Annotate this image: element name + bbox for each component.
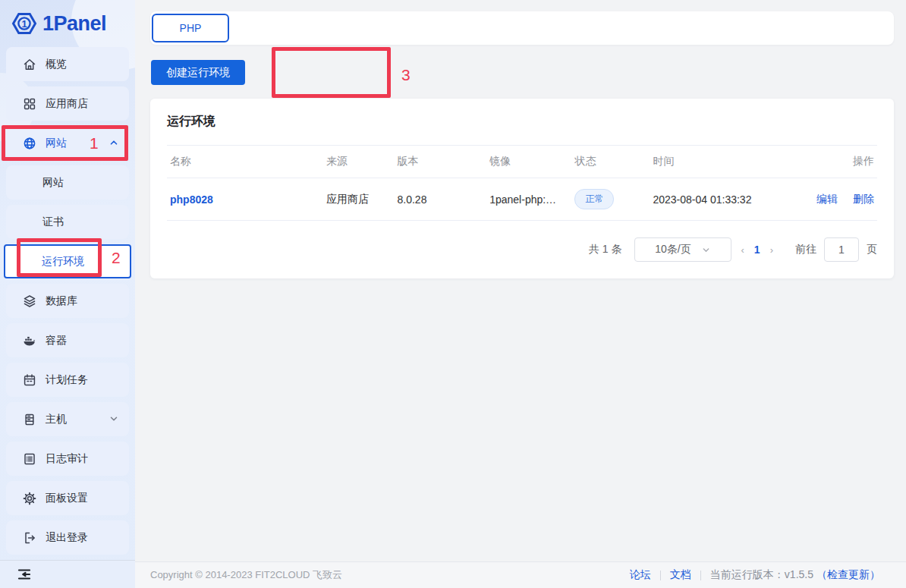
sidebar-item-label: 概览 [46, 58, 67, 71]
log-icon [23, 452, 36, 466]
layers-icon [23, 294, 36, 308]
status-badge: 正常 [574, 189, 614, 209]
sidebar-item-label: 日志审计 [46, 452, 88, 466]
sidebar-item-label: 运行环境 [42, 255, 84, 269]
sidebar-item-label: 面板设置 [46, 492, 88, 505]
next-page-button[interactable]: › [760, 244, 783, 256]
sidebar-item-cronjob[interactable]: 计划任务 [6, 363, 129, 397]
pagination: 共 1 条 10条/页 ‹ 1 › 前往 页 [167, 237, 877, 262]
home-icon [23, 58, 36, 71]
main-content: PHP 创建运行环境 运行环境 名称 来源 版本 镜像 状态 时间 操作 php… [135, 0, 906, 588]
check-update-link[interactable]: （检查更新） [816, 568, 880, 582]
sidebar-item-logs[interactable]: 日志审计 [6, 442, 129, 476]
svg-text:1: 1 [21, 18, 27, 30]
sidebar-subitem-runtime[interactable]: 运行环境 [4, 244, 131, 278]
globe-icon [23, 137, 36, 150]
gear-icon [23, 492, 36, 505]
appstore-icon [23, 97, 36, 111]
runtime-card: 运行环境 名称 来源 版本 镜像 状态 时间 操作 php8028 应用商店 8… [150, 99, 894, 278]
sidebar-collapse-button[interactable] [0, 560, 135, 588]
runtime-name-link[interactable]: php8028 [170, 193, 213, 206]
page-unit-label: 页 [867, 243, 877, 256]
goto-page-input[interactable] [824, 237, 859, 262]
sidebar-item-host[interactable]: 主机 [6, 402, 129, 436]
column-header-source: 来源 [323, 146, 395, 178]
page-number-1[interactable]: 1 [754, 244, 760, 256]
runtime-source: 应用商店 [323, 178, 395, 221]
collapse-sidebar-icon [17, 567, 32, 582]
app-logo[interactable]: 1 1Panel [0, 0, 135, 47]
runtime-image: 1panel-php:… [486, 178, 571, 221]
column-header-name: 名称 [167, 146, 323, 178]
calendar-icon [23, 373, 36, 387]
sidebar-item-appstore[interactable]: 应用商店 [6, 86, 129, 121]
sidebar-item-database[interactable]: 数据库 [6, 284, 129, 318]
docs-link[interactable]: 文档 [670, 568, 691, 582]
sidebar-item-label: 应用商店 [46, 97, 88, 111]
copyright-text: Copyright © 2014-2023 FIT2CLOUD 飞致云 [150, 568, 342, 582]
sidebar-item-logout[interactable]: 退出登录 [6, 520, 129, 555]
footer: Copyright © 2014-2023 FIT2CLOUD 飞致云 论坛 文… [135, 561, 906, 588]
version-label: 当前运行版本：v1.5.5 [710, 568, 813, 582]
sidebar-subitem-certificate[interactable]: 证书 [6, 205, 129, 239]
card-title: 运行环境 [167, 114, 877, 130]
chevron-up-icon [109, 138, 118, 147]
edit-link[interactable]: 编辑 [816, 193, 838, 205]
tab-php[interactable]: PHP [152, 14, 229, 42]
runtime-time: 2023-08-04 01:33:32 [650, 178, 813, 221]
pagination-total: 共 1 条 [589, 243, 622, 256]
prev-page-button[interactable]: ‹ [731, 244, 754, 256]
runtime-table: 名称 来源 版本 镜像 状态 时间 操作 php8028 应用商店 8.0.28… [167, 145, 877, 221]
sidebar-item-label: 数据库 [46, 294, 77, 308]
brand-name: 1Panel [42, 12, 106, 36]
goto-label: 前往 [795, 243, 816, 256]
column-header-version: 版本 [395, 146, 487, 178]
create-runtime-button[interactable]: 创建运行环境 [151, 60, 245, 85]
runtime-version: 8.0.28 [395, 178, 487, 221]
sidebar-item-label: 主机 [46, 413, 67, 426]
sidebar-item-label: 网站 [46, 137, 67, 150]
sidebar-item-website[interactable]: 网站 [6, 126, 129, 160]
column-header-image: 镜像 [486, 146, 571, 178]
column-header-actions: 操作 [813, 146, 877, 178]
runtime-type-tabbar: PHP [150, 11, 894, 45]
sidebar-subitem-website[interactable]: 网站 [6, 165, 129, 200]
page-size-select[interactable]: 10条/页 [634, 237, 731, 262]
footer-divider [660, 571, 661, 580]
sidebar-item-label: 退出登录 [46, 531, 88, 545]
footer-divider [700, 571, 701, 580]
chevron-down-icon [702, 246, 710, 254]
sidebar: 1 1Panel 概览 应用商店 网站 [0, 0, 135, 588]
server-icon [23, 413, 36, 426]
sidebar-item-overview[interactable]: 概览 [6, 47, 129, 81]
sidebar-item-label: 计划任务 [46, 373, 88, 387]
sidebar-menu: 概览 应用商店 网站 网站 证书 运行环境 [0, 47, 135, 555]
brand-hexagon-icon: 1 [11, 11, 37, 36]
sidebar-item-container[interactable]: 容器 [6, 323, 129, 357]
delete-link[interactable]: 删除 [853, 193, 874, 205]
column-header-time: 时间 [650, 146, 813, 178]
sidebar-item-label: 网站 [42, 176, 64, 190]
chevron-down-icon [109, 414, 118, 423]
logout-icon [23, 531, 36, 545]
sidebar-item-settings[interactable]: 面板设置 [6, 481, 129, 515]
docker-icon [23, 334, 36, 347]
sidebar-item-label: 证书 [42, 215, 64, 229]
sidebar-item-label: 容器 [46, 334, 67, 347]
column-header-status: 状态 [571, 146, 650, 178]
page-size-value: 10条/页 [655, 243, 691, 256]
forum-link[interactable]: 论坛 [630, 568, 651, 582]
table-row: php8028 应用商店 8.0.28 1panel-php:… 正常 2023… [167, 178, 877, 221]
